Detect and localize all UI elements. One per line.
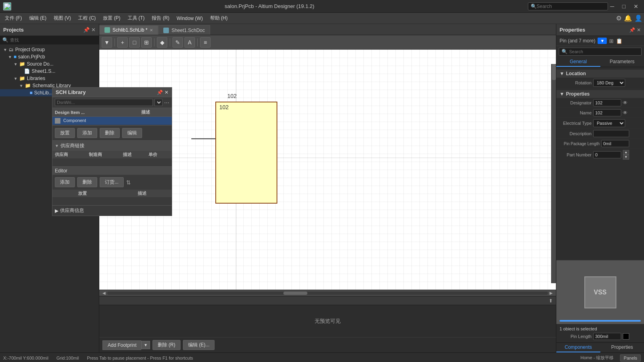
toolbar-rect-btn[interactable]: □ (129, 37, 140, 48)
tab-schlib[interactable]: Schlib1.SchLib * ✕ (99, 25, 158, 35)
footer-tab-components[interactable]: Components (556, 343, 600, 352)
tab-close-icon[interactable]: ✕ (150, 28, 153, 32)
name-input[interactable] (593, 109, 621, 116)
tree-item-salon[interactable]: ▼ ■ salon.PrjPcb (0, 53, 99, 60)
supplier-info-header[interactable]: ▶ 供应商信息 (52, 206, 172, 216)
maximize-button[interactable]: □ (620, 2, 628, 10)
search-icon: 🔍 (2, 37, 8, 43)
copy-icon[interactable]: ⊞ (609, 38, 614, 44)
tab-parameters[interactable]: Parameters (600, 57, 644, 67)
user-icon[interactable]: 👤 (634, 14, 642, 22)
add-footprint-dropdown[interactable]: ▼ (141, 341, 150, 349)
toolbar-line-btn[interactable]: ✎ (173, 37, 183, 48)
editor-add-button[interactable]: 添加 (55, 177, 75, 187)
menu-window[interactable]: Window (W) (173, 14, 206, 23)
sch-library-search-mode[interactable]: ▼ (154, 99, 163, 106)
tab-sheet1[interactable]: Sheet1.SchDoc (158, 25, 210, 35)
tree-item-source[interactable]: ▼ 📁 Source Do... (0, 60, 99, 68)
menu-report[interactable]: 报告 (R) (148, 13, 173, 23)
bottom-props: 1 obiect is selected Pin Length (556, 324, 644, 342)
eye-icon[interactable]: 👁 (623, 100, 628, 106)
eye-icon[interactable]: 👁 (623, 110, 628, 116)
tabs-bar: Schlib1.SchLib * ✕ Sheet1.SchDoc (99, 24, 556, 35)
sch-library-panel: SCH Library 📌 ✕ ▼ ⋯ Design Item ... 描述 (52, 87, 172, 216)
tree-item-libraries[interactable]: ▼ 📁 Libraries (0, 75, 99, 82)
tree-item-project-group[interactable]: ▼ 🗂 Project Group (0, 46, 99, 53)
electrical-type-select[interactable]: Passive Input Output (593, 119, 625, 127)
paste-icon[interactable]: 📋 (616, 38, 622, 44)
properties-search-input[interactable] (569, 49, 639, 54)
toolbar-grid-btn[interactable]: ⊞ (141, 37, 152, 48)
pin-package-length-input[interactable] (601, 140, 629, 147)
pin-icon[interactable]: 📌 (83, 27, 90, 33)
description-input[interactable] (593, 130, 629, 137)
add-button[interactable]: 添加 (77, 128, 97, 138)
menu-tools[interactable]: 工具 (T) (124, 13, 148, 23)
libraries-label: Libraries (27, 76, 45, 81)
close-icon[interactable]: ✕ (637, 27, 641, 33)
edit-button[interactable]: 编辑 (122, 128, 142, 138)
toolbar-pin-btn[interactable]: ≡ (200, 37, 211, 48)
footer-tab-properties[interactable]: Properties (600, 343, 644, 352)
pin-icon[interactable]: 📌 (629, 27, 635, 33)
designator-input[interactable] (593, 99, 621, 106)
toolbar-text-btn[interactable]: A (185, 37, 195, 48)
title-search-input[interactable] (537, 4, 601, 9)
close-button[interactable]: ✕ (631, 2, 641, 10)
title-search[interactable]: 🔍 (528, 2, 608, 10)
menu-help[interactable]: 帮助 (H) (207, 13, 231, 23)
pin-icon[interactable]: 📌 (157, 90, 163, 95)
settings-icon[interactable]: ⚙ (616, 14, 622, 22)
delete-footprint-button[interactable]: 删除 (R) (152, 340, 181, 350)
properties-panel-title: Properties (560, 27, 585, 33)
filter-button[interactable]: ▼ (598, 38, 607, 44)
supplier-header[interactable]: ▼ 供应商链接 (52, 141, 172, 151)
notification-icon[interactable]: 🔔 (624, 14, 632, 22)
rotation-row: Rotation 180 Deg 0 Deg 90 Deg 270 Deg (556, 78, 644, 88)
panels-button[interactable]: Panels (620, 354, 641, 362)
electrical-type-label: Electrical Type (560, 121, 592, 126)
tab-general[interactable]: General (556, 57, 600, 67)
edit-footprint-button[interactable]: 编辑 (E)... (183, 340, 215, 350)
delete-button[interactable]: 删除 (100, 128, 120, 138)
toolbar-diamond-btn[interactable]: ◆ (157, 37, 167, 48)
editor-delete-button[interactable]: 删除 (77, 177, 97, 187)
scroll-right-arrow[interactable]: ▶ (548, 291, 554, 295)
file-icon: 📄 (24, 68, 30, 74)
component-box[interactable]: 102 (215, 102, 277, 204)
collapse-icon[interactable]: ⬆ (549, 298, 553, 304)
menu-view[interactable]: 视图 (V) (50, 13, 74, 23)
table-row[interactable]: Component (52, 117, 172, 125)
toolbar-filter-btn[interactable]: ▼ (102, 37, 112, 48)
tree-item-sheet1[interactable]: ▶ 📄 Sheet1.S... (0, 68, 99, 75)
preview-label: VSS (594, 289, 606, 296)
add-footprint-button[interactable]: Add Footprint (102, 340, 141, 350)
menu-place[interactable]: 放置 (P) (100, 13, 123, 23)
editor-order-button[interactable]: 订货... (100, 177, 124, 187)
menu-file[interactable]: 文件 (F) (2, 13, 25, 23)
minimize-button[interactable]: ─ (608, 2, 617, 10)
menu-edit[interactable]: 编辑 (E) (26, 13, 50, 23)
scrollbar-h[interactable]: ◀ ▶ (99, 290, 556, 296)
editor-up-down-icon[interactable]: ⇅ (126, 179, 131, 186)
place-button[interactable]: 放置 (55, 128, 75, 138)
scrollbar-v[interactable] (551, 64, 556, 283)
color-swatch[interactable] (623, 333, 629, 340)
toolbar-add-btn[interactable]: + (117, 37, 128, 48)
sch-library-search-input[interactable] (55, 99, 153, 106)
properties-header-icons: 📌 ✕ (629, 27, 641, 33)
more-options-icon[interactable]: ⋯ (164, 100, 169, 106)
spin-down-button[interactable]: ▼ (623, 155, 629, 160)
rotation-label: Rotation (560, 80, 592, 85)
menu-project[interactable]: 工程 (C) (75, 13, 99, 23)
close-icon[interactable]: ✕ (165, 90, 169, 95)
close-icon[interactable]: ✕ (91, 27, 96, 33)
scroll-left-arrow[interactable]: ◀ (101, 291, 107, 295)
properties-section: ▼ Properties Designator 👁 Name 👁 (556, 89, 644, 162)
spin-up-button[interactable]: ▲ (623, 150, 629, 155)
preview-bar (560, 320, 641, 322)
rotation-select[interactable]: 180 Deg 0 Deg 90 Deg 270 Deg (593, 79, 625, 87)
part-number-input[interactable] (593, 151, 621, 158)
pin-length-input[interactable] (593, 333, 621, 340)
projects-search-input[interactable] (10, 38, 96, 42)
